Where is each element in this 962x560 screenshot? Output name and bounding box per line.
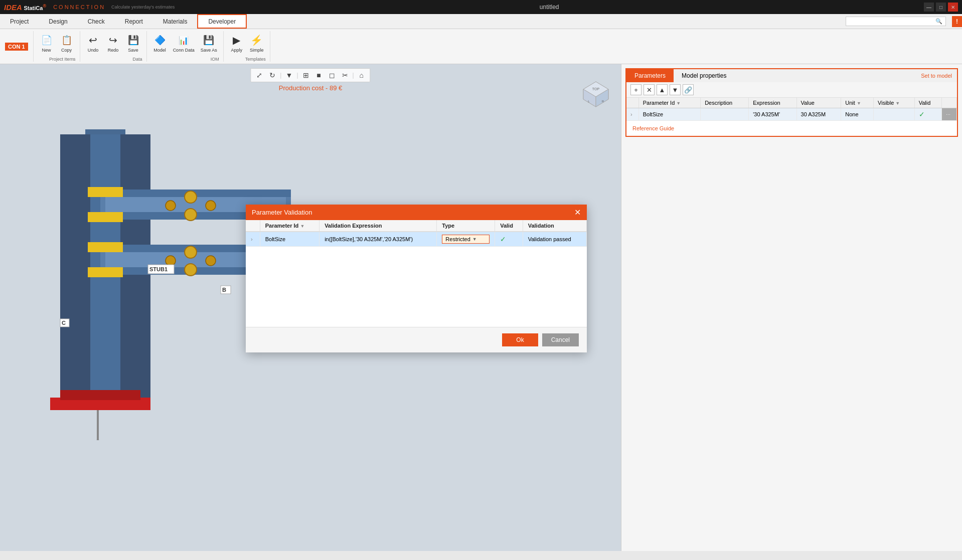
orange-action-button[interactable]: ! xyxy=(952,16,962,27)
pv-valid-check-icon: ✓ xyxy=(500,235,506,243)
save-as-icon: 💾 xyxy=(202,33,216,47)
ok-button[interactable]: Ok xyxy=(502,333,538,346)
ribbon-group-project-items: 📄 New 📋 Copy Project Items xyxy=(34,31,80,62)
new-button[interactable]: 📄 New xyxy=(38,32,56,54)
save-as-label: Save As xyxy=(201,48,217,53)
close-button[interactable]: ✕ xyxy=(948,3,958,12)
pv-col-parameter-id[interactable]: Parameter Id ▼ xyxy=(260,220,319,232)
minimize-button[interactable]: — xyxy=(924,3,934,12)
cancel-button[interactable]: Cancel xyxy=(542,333,579,346)
pv-cell-validation-text: Validation passed xyxy=(523,232,586,247)
copy-icon: 📋 xyxy=(60,33,74,47)
cell-valid: ✓ xyxy=(914,108,941,121)
right-panel: Parameters Model properties Set to model… xyxy=(621,64,962,551)
solid-button[interactable]: ■ xyxy=(313,70,325,81)
add-param-button[interactable]: + xyxy=(630,84,642,95)
pv-row-expander[interactable]: › xyxy=(246,232,260,247)
model-icon: 🔷 xyxy=(153,33,167,47)
reference-guide: Reference Guide xyxy=(626,121,957,136)
svg-point-29 xyxy=(166,256,176,266)
reference-guide-link[interactable]: Reference Guide xyxy=(632,125,674,131)
tab-check[interactable]: Check xyxy=(78,14,115,29)
pv-col-expand xyxy=(246,220,260,232)
parameter-id-filter[interactable]: ▼ xyxy=(676,101,681,106)
table-row[interactable]: › BoltSize '30 A325M' 30 A325M None ✓ ⋯ xyxy=(626,108,957,121)
params-tab-model-properties[interactable]: Model properties xyxy=(674,69,734,82)
view-options-button[interactable]: ▼ xyxy=(283,70,294,81)
type-dropdown[interactable]: Restricted ▼ xyxy=(442,235,490,244)
pv-cell-validation-expression: in([BoltSize],'30 A325M','20 A325M') xyxy=(319,232,437,247)
apply-icon: ▶ xyxy=(230,33,244,47)
tab-materials[interactable]: Materials xyxy=(153,14,198,29)
svg-marker-43 xyxy=(95,438,100,440)
svg-text:B: B xyxy=(222,287,226,293)
window-title: untitled xyxy=(540,4,559,11)
pv-cell-valid: ✓ xyxy=(495,232,523,247)
expand-view-button[interactable]: ⤢ xyxy=(254,70,265,81)
rotate-button[interactable]: ↻ xyxy=(267,70,278,81)
unit-filter[interactable]: ▼ xyxy=(857,101,861,106)
save-as-button[interactable]: 💾 Save As xyxy=(199,32,219,54)
wireframe-button[interactable]: ◻ xyxy=(327,70,338,81)
templates-label: Templates xyxy=(245,56,266,62)
pv-dialog-title: Parameter Validation xyxy=(252,209,312,216)
tab-project[interactable]: Project xyxy=(0,14,39,29)
pv-cell-parameter-id: BoltSize xyxy=(260,232,319,247)
move-up-button[interactable]: ▲ xyxy=(657,84,668,95)
svg-point-25 xyxy=(166,201,176,211)
pv-dialog-body xyxy=(246,247,587,327)
pv-table-row[interactable]: › BoltSize in([BoltSize],'30 A325M','20 … xyxy=(246,232,587,247)
tab-report[interactable]: Report xyxy=(115,14,153,29)
col-value: Value xyxy=(796,98,841,108)
tab-design[interactable]: Design xyxy=(39,14,77,29)
apply-button[interactable]: ▶ Apply xyxy=(228,32,246,54)
redo-button[interactable]: ↪ Redo xyxy=(104,32,122,54)
visible-filter[interactable]: ▼ xyxy=(895,101,900,106)
undo-icon: ↩ xyxy=(86,33,100,47)
model-button[interactable]: 🔷 Model xyxy=(151,32,169,54)
titlebar: IDEA StatiCa® CONNECTION Calculate yeste… xyxy=(0,0,962,14)
row-expander[interactable]: › xyxy=(626,108,638,121)
cube-nav-icon[interactable]: TOP L R xyxy=(581,79,611,109)
app-logo: IDEA StatiCa® xyxy=(4,3,46,12)
con1-badge[interactable]: CON 1 xyxy=(5,43,28,51)
search-icon: 🔍 xyxy=(935,18,942,25)
window-controls[interactable]: — □ ✕ xyxy=(924,3,958,12)
conn-data-icon: 📊 xyxy=(177,33,191,47)
redo-icon: ↪ xyxy=(106,33,120,47)
copy-button[interactable]: 📋 Copy xyxy=(58,32,76,54)
col-unit[interactable]: Unit ▼ xyxy=(841,98,874,108)
tab-developer[interactable]: Developer xyxy=(197,14,247,29)
simple-button[interactable]: ⚡ Simple xyxy=(248,32,266,54)
link-button[interactable]: 🔗 xyxy=(683,84,694,95)
col-description: Description xyxy=(701,98,749,108)
set-to-model-button[interactable]: Set to model xyxy=(916,69,957,82)
row-action-icon[interactable]: ⋯ xyxy=(946,112,950,117)
project-items-label: Project Items xyxy=(49,56,76,62)
pv-close-button[interactable]: ✕ xyxy=(574,208,581,217)
undo-label: Undo xyxy=(88,48,99,53)
cell-unit: None xyxy=(841,108,874,121)
maximize-button[interactable]: □ xyxy=(936,3,946,12)
col-parameter-id[interactable]: Parameter Id ▼ xyxy=(638,98,701,108)
grid-button[interactable]: ⊞ xyxy=(300,70,311,81)
home-button[interactable]: ⌂ xyxy=(356,70,367,81)
params-table: Parameter Id ▼ Description Expression Va… xyxy=(626,98,957,121)
pv-parameter-id-filter[interactable]: ▼ xyxy=(300,224,304,229)
col-visible[interactable]: Visible ▼ xyxy=(874,98,915,108)
save-button[interactable]: 💾 Save xyxy=(124,32,142,54)
ribbon-group-data: ↩ Undo ↪ Redo 💾 Save Data xyxy=(80,31,147,62)
svg-point-30 xyxy=(206,256,216,266)
viewport-toolbar: ⤢ ↻ | ▼ | ⊞ ■ ◻ ✂ | ⌂ xyxy=(250,68,370,82)
cell-action-btn[interactable]: ⋯ xyxy=(942,108,957,121)
conn-data-button[interactable]: 📊 Conn Data xyxy=(171,32,197,54)
search-input[interactable] xyxy=(849,19,935,25)
type-dropdown-arrow[interactable]: ▼ xyxy=(472,237,477,242)
delete-param-button[interactable]: ✕ xyxy=(644,84,655,95)
pv-cell-type[interactable]: Restricted ▼ xyxy=(437,232,495,247)
params-tab-parameters[interactable]: Parameters xyxy=(626,69,674,82)
new-label: New xyxy=(42,48,51,53)
move-down-button[interactable]: ▼ xyxy=(670,84,681,95)
undo-button[interactable]: ↩ Undo xyxy=(84,32,102,54)
clip-button[interactable]: ✂ xyxy=(340,70,351,81)
